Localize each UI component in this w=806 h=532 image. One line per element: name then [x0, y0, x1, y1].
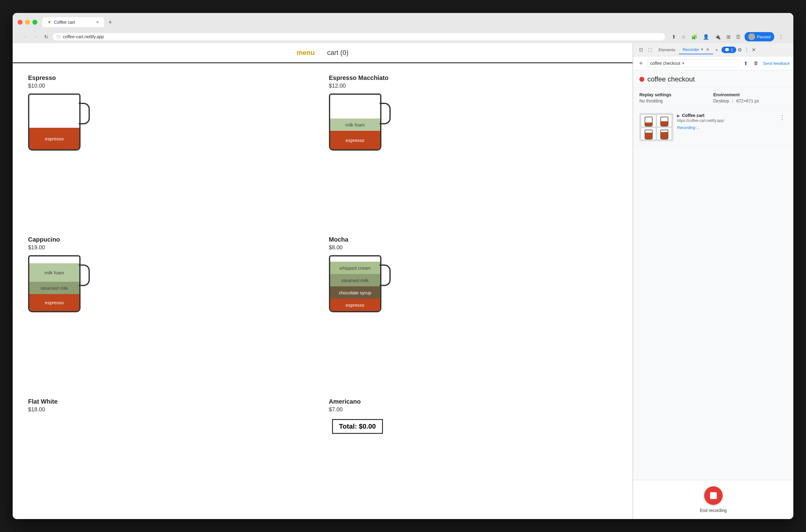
device-toggle-button[interactable]: ⬚ — [646, 45, 655, 54]
devtools-settings-button[interactable]: ⚙ — [736, 46, 743, 54]
forward-button[interactable]: → — [32, 33, 39, 40]
mug-body-wrapper: milk foam espresso — [329, 94, 391, 151]
mug-layers: milk foam espresso — [330, 118, 380, 149]
tab-elements[interactable]: Elements — [655, 46, 679, 54]
maximize-window-button[interactable] — [33, 20, 37, 25]
recorder-tab-star-icon: ✦ — [701, 47, 704, 52]
active-tab[interactable]: ▼ Coffee cart ✕ — [42, 17, 104, 27]
browser-actions: ⬆ ☆ 🧩 👤 🔌 ⊞ ☰ Paused ⋮ — [671, 32, 785, 41]
recording-info: ▶ Coffee cart https://coffee-cart.netlif… — [677, 113, 787, 130]
recording-dropdown[interactable]: coffee checkout ▾ — [647, 59, 739, 67]
menu-button[interactable]: ⋮ — [777, 33, 785, 41]
mug-body: milk foam espresso — [329, 94, 381, 151]
resolution-label: 672×671 px — [736, 98, 759, 103]
devtools-close-button[interactable]: ✕ — [750, 46, 757, 54]
devtools-toolbar: ⊡ ⬚ Elements Recorder ✦ ✕ » 💬 1 ⚙ ⋮ ✕ — [633, 43, 793, 56]
recording-status-dot — [639, 77, 644, 82]
bookmark-button[interactable]: ☆ — [680, 33, 687, 41]
user-avatar — [748, 33, 755, 40]
stop-recording-button[interactable] — [704, 486, 723, 505]
mug-cappucino: milk foam steamed milk espresso — [28, 255, 96, 314]
replay-settings-label: Replay settings — [639, 92, 713, 97]
chat-icon: 💬 — [725, 48, 729, 52]
chat-count: 1 — [731, 48, 733, 52]
recording-entry-url: https://coffee-cart.netlify.app/ — [677, 118, 724, 123]
paused-label: Paused — [757, 35, 770, 39]
stop-recording-label: End recording — [700, 508, 727, 513]
recorder-tab-close-icon[interactable]: ✕ — [706, 47, 709, 52]
chat-button[interactable]: 💬 1 — [722, 46, 736, 53]
reload-button[interactable]: ↻ — [42, 33, 50, 40]
url-shield-icon: 🛡 — [56, 35, 60, 39]
recording-entry-title: ▶ Coffee cart — [677, 113, 724, 118]
close-window-button[interactable] — [18, 20, 22, 25]
mug-body-wrapper: whipped cream steamed milk chocolate syr… — [329, 255, 391, 312]
mini-mug-3 — [645, 130, 653, 139]
mug-handle — [380, 103, 391, 125]
recording-title: coffee checkout — [647, 75, 695, 83]
url-bar[interactable]: 🛡 coffee-cart.netlify.app — [53, 33, 665, 40]
coffee-item-cappucino[interactable]: Cappucino $19.00 milk foam steamed milk … — [22, 231, 323, 393]
mini-mug-1 — [645, 117, 653, 127]
desktop-label: Desktop — [713, 98, 729, 103]
coffee-item-americano[interactable]: Americano $7.00 Total: $0.00 — [323, 393, 623, 513]
mug-body: whipped cream steamed milk chocolate syr… — [329, 255, 381, 312]
send-feedback-button[interactable]: Send feedback — [763, 61, 790, 66]
coffee-item-mocha[interactable]: Mocha $8.00 whipped cream steamed milk c… — [323, 231, 623, 393]
environment-label: Environment — [713, 92, 787, 97]
expand-icon: ▶ — [677, 114, 679, 118]
devtools-footer: End recording — [633, 480, 793, 519]
coffee-price: $12.00 — [329, 83, 617, 89]
title-bar: ▼ Coffee cart ✕ + — [18, 17, 788, 27]
coffee-name: Espresso Macchiato — [329, 74, 617, 81]
layer-milk-foam: milk foam — [29, 263, 79, 282]
mug-body-wrapper: milk foam steamed milk espresso — [28, 255, 90, 312]
mini-mug-2 — [660, 117, 668, 127]
browser-window: ▼ Coffee cart ✕ + ← → ↻ 🛡 coffee-cart.ne… — [13, 13, 793, 519]
no-throttling-value: No throttling — [639, 98, 713, 103]
share-button[interactable]: ⬆ — [671, 33, 677, 41]
throttling-section: Replay settings No throttling — [639, 92, 713, 103]
inspect-element-button[interactable]: ⊡ — [636, 45, 646, 54]
mug-handle — [380, 264, 391, 286]
extensions-button[interactable]: 🔌 — [713, 33, 722, 41]
recording-status-text: Recording ... — [677, 125, 724, 130]
coffee-item-espresso[interactable]: Espresso $10.00 espresso — [22, 70, 323, 231]
replay-settings-section: Replay settings No throttling Environmen… — [633, 87, 793, 109]
stop-icon — [710, 492, 717, 499]
coffee-price: $19.00 — [28, 244, 316, 251]
coffee-item-flat-white[interactable]: Flat White $18.00 — [22, 393, 323, 513]
coffee-item-espresso-macchiato[interactable]: Espresso Macchiato $12.00 milk foam espr… — [323, 70, 623, 231]
tab-recorder[interactable]: Recorder ✦ ✕ — [679, 45, 713, 54]
address-bar: ← → ↻ 🛡 coffee-cart.netlify.app ⬆ ☆ 🧩 👤 … — [18, 30, 788, 43]
traffic-lights — [18, 20, 37, 25]
coffee-price: $10.00 — [28, 83, 316, 89]
chevron-down-icon: ▾ — [682, 61, 684, 65]
new-tab-button[interactable]: + — [105, 17, 115, 27]
profile-icon: 👤 — [702, 33, 710, 41]
mug-body: milk foam steamed milk espresso — [28, 255, 80, 312]
tab-close-button[interactable]: ✕ — [96, 20, 99, 24]
coffee-name: Espresso — [28, 74, 316, 81]
menu-nav-link[interactable]: menu — [296, 49, 315, 57]
list-button[interactable]: ☰ — [735, 33, 742, 41]
add-recording-button[interactable]: + — [637, 59, 645, 67]
mug-body: espresso — [28, 94, 80, 151]
coffee-page: menu cart (0) Espresso $10.00 espresso — [13, 43, 633, 519]
export-button[interactable]: ⬆ — [741, 59, 750, 68]
paused-button[interactable]: Paused — [745, 32, 774, 41]
environment-value: Desktop | 672×671 px — [713, 98, 787, 103]
layer-espresso: espresso — [29, 294, 79, 311]
delete-button[interactable]: 🗑 — [752, 59, 760, 68]
more-tabs-button[interactable]: » — [713, 46, 721, 53]
layer-milk-foam: milk foam — [330, 118, 380, 131]
puzzle-button[interactable]: ⊞ — [725, 33, 732, 41]
url-text: coffee-cart.netlify.app — [63, 34, 104, 39]
entry-kebab-button[interactable]: ⋮ — [777, 113, 787, 121]
coffee-price: $8.00 — [329, 244, 617, 251]
back-button[interactable]: ← — [21, 33, 29, 40]
minimize-window-button[interactable] — [25, 20, 30, 25]
cart-nav-link[interactable]: cart (0) — [327, 49, 349, 57]
devtools-kebab-button[interactable]: ⋮ — [743, 46, 750, 54]
mini-mug-4 — [660, 130, 668, 139]
